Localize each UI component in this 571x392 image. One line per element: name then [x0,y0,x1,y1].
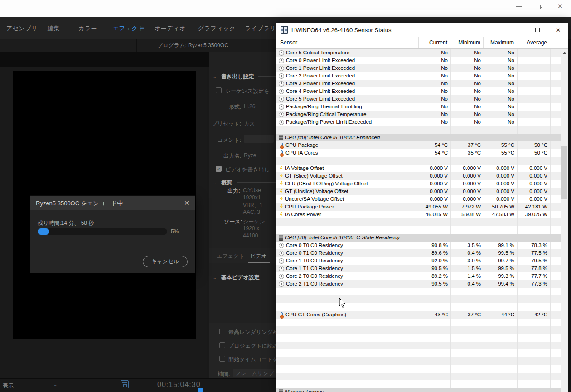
sensor-row[interactable]: Core 5 Power Limit ExceededNoNoNo [276,95,561,103]
window-close-icon[interactable]: ✕ [552,1,568,11]
sensor-table-header: Sensor Current Minimum Maximum Average [276,37,568,49]
sensor-row[interactable]: CLR (CBo/LLC/Ring) Voltage Offset0.000 V… [276,180,561,188]
interpolation-dropdown[interactable]: フレームサンプリ [233,369,276,377]
sensor-row[interactable]: Package/Ring Critical TemperatureNoNoNo [276,111,561,118]
window-restore-icon[interactable] [532,1,547,11]
hwinfo-minimize-icon[interactable] [509,25,523,35]
column-header-current[interactable]: Current [419,37,450,48]
export-frame-icon[interactable] [121,380,129,388]
match-sequence-checkbox[interactable] [216,87,222,93]
workspace-tab-libraries[interactable]: ライブラリ [245,24,276,33]
sensor-section-row[interactable]: Memory Timings [276,388,561,392]
sensor-value: 37 °C [450,141,484,149]
sensor-row[interactable]: Uncore/SA Voltage Offset0.000 V0.000 V0.… [276,195,561,203]
sensor-row[interactable]: Core 1 Power Limit ExceededNoNoNo [276,64,561,72]
sensor-row[interactable]: Package/Ring Power Limit ExceededNoNoNo [276,118,561,126]
tab-video[interactable]: ビデオ [250,252,267,260]
tab-effects[interactable]: エフェクト [217,252,244,260]
bolt-icon [279,197,283,202]
workspace-tab-audio[interactable]: オーディオ [155,24,186,33]
sensor-row[interactable]: Core 4 Power Limit ExceededNoNoNo [276,87,561,95]
start-timecode-checkbox[interactable] [219,356,225,362]
sensor-row[interactable]: Core 0 Power Limit ExceededNoNoNo [276,57,561,64]
column-header-average[interactable]: Average [517,37,550,48]
sensor-row[interactable]: Package/Ring Thermal ThrottlingNoNoNo [276,103,561,111]
column-header-minimum[interactable]: Minimum [450,37,484,48]
sensor-row[interactable]: Core 2 Power Limit ExceededNoNoNo [276,72,561,80]
bolt-icon [279,166,283,171]
chevron-down-icon[interactable]: ⌄ [213,75,217,79]
sensor-row[interactable]: CPU GT Cores (Graphics)43 °C37 °C44 °C42… [276,311,561,319]
sensor-value [517,49,550,57]
workspace-tab-graphics[interactable]: グラフィック [198,24,236,33]
sensor-row[interactable]: Core 1 T0 C0 Residency92.0 %3.0 %99.7 %7… [276,257,561,265]
chip-icon [279,135,283,140]
sensor-value: 0.000 V [484,195,517,203]
workspace-tab-assembly[interactable]: アセンブリ [6,24,38,33]
export-video-checkbox[interactable]: ✓ [216,166,222,172]
sensor-row[interactable]: IA Voltage Offset0.000 V0.000 V0.000 V0.… [276,165,561,172]
sensor-row[interactable]: CPU Package54 °C37 °C55 °C50 °C [276,141,561,149]
sensor-row[interactable]: Core 2 T1 C0 Residency90.5 %0.4 %99.4 %7… [276,280,561,288]
sensor-empty-row [276,288,561,295]
sensor-section-row[interactable]: CPU [#0]: Intel Core i5-10400: C-State R… [276,234,561,242]
sensor-row[interactable]: Core 5 Critical TemperatureNoNoNo [276,49,561,57]
sensor-label: Core 4 Power Limit Exceeded [276,87,419,95]
sensor-value: No [484,57,517,64]
sensor-row[interactable]: GT (Unslice) Voltage Offset0.000 V0.000 … [276,188,561,195]
hwinfo-app-icon [281,26,288,34]
clock-icon [279,89,284,94]
chevron-down-icon[interactable]: ⌄ [213,181,217,185]
hwinfo-close-icon[interactable]: ✕ [552,25,565,35]
sensor-value: No [484,103,517,111]
hwinfo-maximize-icon[interactable] [531,25,544,35]
sensor-row[interactable]: IA Cores Power46.015 W5.938 W47.583 W39.… [276,211,561,218]
view-dropdown[interactable]: 表示 [3,382,14,390]
sensor-label [276,357,419,365]
sensor-row[interactable]: GT (Slice) Voltage Offset0.000 V0.000 V0… [276,172,561,180]
sensor-value [419,365,450,373]
import-project-checkbox[interactable] [219,342,225,348]
hwinfo-titlebar[interactable]: HWiNFO64 v6.26-4160 Sensor Status ✕ [276,23,568,37]
workspace-menu-icon[interactable]: ≡ [141,25,144,31]
render-quality-checkbox[interactable] [219,329,225,334]
window-minimize-icon[interactable] [511,1,527,11]
sensor-section-row[interactable]: CPU [#0]: Intel Core i5-10400: Enhanced [276,134,561,141]
sensor-value: No [450,72,484,80]
cancel-button[interactable]: キャンセル [143,256,188,267]
sensor-row[interactable]: CPU Package Power49.055 W7.972 W50.705 W… [276,203,561,211]
column-header-sensor[interactable]: Sensor [276,37,419,48]
bolt-icon [279,204,283,210]
sensor-row[interactable]: Core 0 T1 C0 Residency89.6 %0.4 %99.5 %7… [276,249,561,257]
program-monitor-tab[interactable]: プログラム: Ryzen5 3500OC [157,42,228,49]
vertical-scrollbar[interactable] [561,49,568,392]
output-name-value[interactable]: Ryze [244,152,256,159]
sensor-row[interactable]: Core 3 Power Limit ExceededNoNoNo [276,80,561,87]
sensor-row[interactable]: Core 2 T0 C0 Residency89.2 %1.4 %99.3 %7… [276,272,561,280]
comment-field[interactable] [244,135,274,143]
sensor-empty-row [276,334,561,342]
panel-menu-icon[interactable]: ≡ [240,42,243,48]
format-value[interactable]: H.26 [244,103,255,110]
dialog-close-icon[interactable]: ✕ [182,198,191,208]
sensor-value: 0.000 V [517,165,550,172]
sensor-value [419,134,450,141]
sensor-value: No [450,95,484,103]
scrollbar-thumb[interactable] [561,146,567,199]
chevron-down-icon[interactable]: ⌄ [213,276,217,280]
sensor-value: 0.000 V [419,195,450,203]
workspace-tab-effects[interactable]: エフェクト [113,24,144,33]
workspace-tab-color[interactable]: カラー [78,24,97,33]
workspace-tab-edit[interactable]: 編集 [48,24,60,33]
sensor-value [484,334,517,342]
scroll-up-icon[interactable] [561,49,568,57]
thermo-icon [280,150,283,156]
progress-percent: 5% [171,228,179,235]
sensor-value: 3.5 % [450,242,484,249]
sensor-row[interactable]: CPU IA Cores54 °C35 °C55 °C50 °C [276,149,561,157]
sensor-row[interactable]: Core 1 T1 C0 Residency90.5 %1.5 %99.5 %7… [276,265,561,272]
preset-value[interactable]: カス [244,120,255,128]
column-header-maximum[interactable]: Maximum [484,37,517,48]
sensor-value: No [484,80,517,87]
sensor-row[interactable]: Core 0 T0 C0 Residency90.8 %3.5 %99.1 %7… [276,242,561,249]
